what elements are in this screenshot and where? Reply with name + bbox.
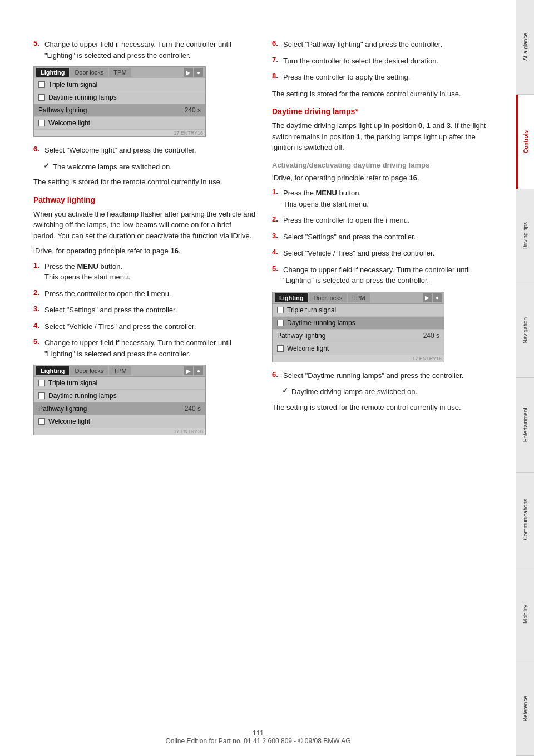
idrive-tab-doorlocks-1: Door locks xyxy=(70,68,108,77)
idrive-checkbox-daytime-3 xyxy=(277,320,284,326)
idrive-value-pathway-1: 240 s xyxy=(185,106,201,114)
idrive-row-welcome-1: Welcome light xyxy=(34,117,205,130)
idrive-tab-tpm-1: TPM xyxy=(109,68,131,77)
idrive-label-daytime-2: Daytime running lamps xyxy=(48,392,201,400)
idrive-label-welcome-3: Welcome light xyxy=(287,345,439,352)
stored-text-right-2: The setting is stored for the remote con… xyxy=(272,402,494,413)
idrive-checkbox-triple-1 xyxy=(38,81,45,88)
step-6-left: 6. Select "Welcome light" and press the … xyxy=(33,145,255,156)
pathway-step-2-num: 2. xyxy=(33,288,42,300)
idrive-checkbox-welcome-2 xyxy=(38,418,45,425)
pathway-step-3: 3. Select "Settings" and press the contr… xyxy=(33,305,255,316)
idrive-checkbox-daytime-2 xyxy=(38,392,45,399)
tab-communications[interactable]: Communications xyxy=(516,473,534,567)
left-column: 5. Change to upper field if necessary. T… xyxy=(33,39,255,443)
page-footer: 111 Online Edition for Part no. 01 41 2 … xyxy=(0,729,516,745)
daytime-step-1-text: Press the MENU button.This opens the sta… xyxy=(283,188,369,209)
pathway-step-4-num: 4. xyxy=(33,321,42,332)
idrive-watermark-2: 17 ENTRY16 xyxy=(34,428,205,435)
tab-mobility[interactable]: Mobility xyxy=(516,567,534,662)
section-activating-heading: Activating/deactivating daytime driving … xyxy=(272,161,494,169)
idrive-label-welcome-2: Welcome light xyxy=(48,418,201,425)
right-column: 6. Select "Pathway lighting" and press t… xyxy=(272,39,494,443)
idrive-label-welcome-1: Welcome light xyxy=(48,119,201,127)
step-6-left-text: Select "Welcome light" and press the con… xyxy=(44,145,196,156)
section-pathway-heading: Pathway lighting xyxy=(33,195,255,204)
daytime-step-3-num: 3. xyxy=(272,232,281,243)
idrive-row-triple-2: Triple turn signal xyxy=(34,377,205,390)
result-2-text: Daytime driving lamps are switched on. xyxy=(291,386,417,397)
pathway-step-5-num: 5. xyxy=(33,337,42,359)
stored-text-right-1: The setting is stored for the remote con… xyxy=(272,89,494,100)
idrive-arrow-2: ▶ xyxy=(184,366,193,375)
idrive-label-triple-3: Triple turn signal xyxy=(287,306,439,314)
pathway-body-2: iDrive, for operating principle refer to… xyxy=(33,246,255,257)
idrive-value-pathway-2: 240 s xyxy=(185,405,201,413)
idrive-checkbox-welcome-3 xyxy=(277,345,284,352)
daytime-step-4: 4. Select "Vehicle / Tires" and press th… xyxy=(272,248,494,259)
daytime-step-5-text: Change to upper field if necessary. Turn… xyxy=(283,264,494,286)
daytime-body: The daytime driving lamps light up in po… xyxy=(272,120,494,153)
daytime-step-2-text: Press the controller to open the i menu. xyxy=(283,215,410,226)
result-2: ✓ Daytime driving lamps are switched on. xyxy=(282,386,494,397)
idrive-checkbox-welcome-1 xyxy=(38,120,45,126)
idrive-label-pathway-1: Pathway lighting xyxy=(38,106,181,114)
idrive-row-welcome-2: Welcome light xyxy=(34,415,205,428)
idrive-tab-tpm-2: TPM xyxy=(109,366,131,375)
pathway-step-3-text: Select "Settings" and press the controll… xyxy=(44,305,177,316)
daytime-step-5: 5. Change to upper field if necessary. T… xyxy=(272,264,494,286)
step-6b-right-num: 6. xyxy=(272,370,281,381)
idrive-tab-lighting-1: Lighting xyxy=(36,68,69,77)
idrive-header-3: Lighting Door locks TPM ▶ ● xyxy=(273,292,444,304)
tab-controls[interactable]: Controls xyxy=(516,95,534,189)
idrive-row-triple-3: Triple turn signal xyxy=(273,304,444,317)
step-7-right: 7. Turn the controller to select the des… xyxy=(272,56,494,67)
result-1-text: The welcome lamps are switched on. xyxy=(53,161,172,173)
idrive-menu-1: Lighting Door locks TPM ▶ ● Triple turn … xyxy=(33,66,206,137)
idrive-row-pathway-3: Pathway lighting 240 s xyxy=(273,330,444,342)
tab-at-a-glance[interactable]: At a glance xyxy=(516,0,534,95)
step-8-right-text: Press the controller to apply the settin… xyxy=(283,72,410,83)
daytime-step-3-text: Select "Settings" and press the controll… xyxy=(283,232,416,243)
tab-entertainment[interactable]: Entertainment xyxy=(516,378,534,473)
step-8-right: 8. Press the controller to apply the set… xyxy=(272,72,494,83)
stored-text-1: The setting is stored for the remote con… xyxy=(33,176,255,188)
daytime-step-2: 2. Press the controller to open the i me… xyxy=(272,215,494,226)
idrive-label-daytime-3: Daytime running lamps xyxy=(287,319,439,327)
idrive-dot-1: ● xyxy=(194,68,203,77)
idrive-row-pathway-1: Pathway lighting 240 s xyxy=(34,104,205,117)
checkmark-1: ✓ xyxy=(43,161,50,170)
daytime-step-4-num: 4. xyxy=(272,248,281,259)
idrive-row-daytime-1: Daytime running lamps xyxy=(34,91,205,104)
section-daytime-heading: Daytime driving lamps* xyxy=(272,107,494,116)
footer-text: Online Edition for Part no. 01 41 2 600 … xyxy=(165,737,350,745)
tab-reference[interactable]: Reference xyxy=(516,661,534,756)
daytime-step-4-text: Select "Vehicle / Tires" and press the c… xyxy=(283,248,434,259)
step-6-right: 6. Select "Pathway lighting" and press t… xyxy=(272,39,494,50)
main-content: 5. Change to upper field if necessary. T… xyxy=(0,0,516,756)
step-5-top-num: 5. xyxy=(33,39,42,61)
idrive-label-daytime-1: Daytime running lamps xyxy=(48,94,201,101)
activating-body: iDrive, for operating principle refer to… xyxy=(272,173,494,184)
step-8-right-num: 8. xyxy=(272,72,281,83)
idrive-dot-3: ● xyxy=(433,293,442,302)
pathway-step-1-text: Press the MENU button.This opens the sta… xyxy=(44,261,130,283)
idrive-checkbox-daytime-1 xyxy=(38,94,45,101)
idrive-label-pathway-3: Pathway lighting xyxy=(277,332,420,340)
step-6b-right-text: Select "Daytime running lamps" and press… xyxy=(283,370,463,381)
pathway-step-3-num: 3. xyxy=(33,305,42,316)
idrive-header-2: Lighting Door locks TPM ▶ ● xyxy=(34,365,205,377)
pathway-step-4-text: Select "Vehicle / Tires" and press the c… xyxy=(44,321,196,332)
idrive-label-pathway-2: Pathway lighting xyxy=(38,405,181,413)
pathway-step-5: 5. Change to upper field if necessary. T… xyxy=(33,337,255,359)
idrive-header-1: Lighting Door locks TPM ▶ ● xyxy=(34,67,205,78)
tab-navigation[interactable]: Navigation xyxy=(516,283,534,378)
tab-bar: At a glance Controls Driving tips Naviga… xyxy=(516,0,534,756)
idrive-row-daytime-3: Daytime running lamps xyxy=(273,317,444,330)
idrive-tab-tpm-3: TPM xyxy=(348,293,369,302)
tab-driving-tips[interactable]: Driving tips xyxy=(516,189,534,284)
step-6b-right: 6. Select "Daytime running lamps" and pr… xyxy=(272,370,494,381)
idrive-dot-2: ● xyxy=(194,366,203,375)
idrive-tab-lighting-2: Lighting xyxy=(36,366,69,375)
idrive-checkbox-triple-3 xyxy=(277,307,284,313)
